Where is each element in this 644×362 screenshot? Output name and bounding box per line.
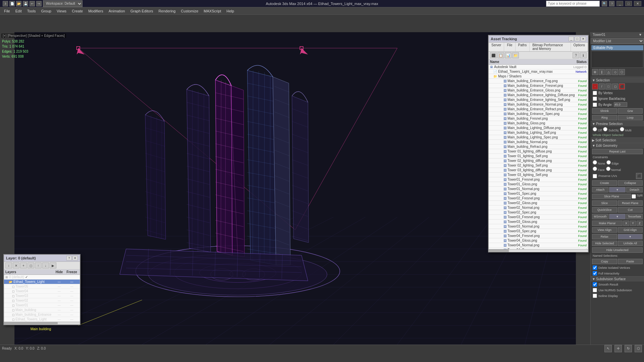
- msmooth-options-btn[interactable]: ▼: [609, 214, 626, 219]
- preserve-uvs-checkbox[interactable]: [593, 174, 597, 178]
- asset-list-item[interactable]: 🖼Tower 02_lighting_diffuse.pngFound: [489, 159, 588, 163]
- layers-help-btn[interactable]: ?: [66, 256, 72, 260]
- cut-btn[interactable]: Cut: [618, 207, 643, 213]
- tessellate-btn[interactable]: Tessellate: [626, 214, 643, 219]
- unhide-all-btn[interactable]: Unhide All: [618, 241, 643, 246]
- asset-list-item[interactable]: 🖼Tower02_Fresnel.pngFound: [489, 196, 588, 201]
- asset-list-item[interactable]: 🏛Autodesk VaultLogged O: [489, 65, 588, 69]
- paste-btn[interactable]: Paste: [618, 259, 643, 264]
- attach-options-btn[interactable]: ▼: [609, 187, 626, 192]
- asset-list-item[interactable]: 🖼Tower02_Spec.pngFound: [489, 210, 588, 215]
- asset-list-item[interactable]: 🖼Tower 02_lighting_Self.pngFound: [489, 163, 588, 168]
- layer-row[interactable]: ⊞0 (default)✓: [4, 275, 80, 280]
- preview-selection-btn[interactable]: ▼ Preview Selection: [591, 121, 644, 126]
- poly-mode-btn[interactable]: ◻: [612, 83, 618, 89]
- layers-scrollbar-thumb[interactable]: [4, 322, 58, 325]
- edit-geometry-btn[interactable]: ▼ Edit Geometry: [591, 143, 644, 148]
- layer-row[interactable]: ◻Tower03——: [4, 294, 80, 298]
- preview-off-radio[interactable]: [593, 127, 597, 131]
- layer-row[interactable]: ◻Tower04——: [4, 289, 80, 294]
- asset-list-item[interactable]: 🖼Main_building_Gloss.pngFound: [489, 121, 588, 126]
- asset-list-item[interactable]: 🖼Main_building_Normal.pngFound: [489, 140, 588, 144]
- mod-icon-5[interactable]: ⬡: [619, 69, 625, 75]
- maximize-btn[interactable]: □: [625, 1, 632, 6]
- menu-tools[interactable]: Tools: [24, 8, 39, 14]
- by-vertex-checkbox[interactable]: [593, 91, 597, 95]
- menu-graph-editors[interactable]: Graph Editors: [128, 8, 156, 14]
- menu-rendering[interactable]: Rendering: [156, 8, 178, 14]
- asset-list-item[interactable]: 🖼Main_building_Lighting_Spec.pngFound: [489, 135, 588, 140]
- make-planar-x-btn[interactable]: X: [623, 221, 629, 226]
- ring-btn[interactable]: Ring: [592, 115, 617, 120]
- by-angle-checkbox[interactable]: [593, 103, 597, 107]
- attach-btn[interactable]: Attach: [592, 187, 608, 192]
- rotate-tool[interactable]: ↻: [625, 345, 632, 352]
- menu-group[interactable]: Group: [38, 8, 54, 14]
- hide-unselected-btn[interactable]: Hide Unselected: [592, 247, 643, 253]
- asset-menu-bitmap[interactable]: Bitmap Performance and Memory: [530, 43, 571, 51]
- asset-list-item[interactable]: 🖼Main_building_Entrance_Refract.pngFound: [489, 107, 588, 112]
- asset-tool-1[interactable]: ⬛: [490, 52, 497, 58]
- quickslice-btn[interactable]: QuickSlice: [592, 207, 617, 213]
- layers-tool-up[interactable]: ↑: [35, 262, 42, 268]
- asset-list-item[interactable]: 🖼Tower01_Gloss.pngFound: [489, 182, 588, 187]
- asset-help-btn[interactable]: ?: [573, 52, 579, 58]
- asset-list-item[interactable]: 🖼Tower04_Normal.pngFound: [489, 243, 588, 248]
- asset-list-item[interactable]: 📁Maps / Shaders: [489, 74, 588, 79]
- mod-icon-2[interactable]: ∥: [599, 69, 605, 75]
- asset-list-item[interactable]: 🖼Tower 01_lighting_Self.pngFound: [489, 154, 588, 159]
- asset-list-item[interactable]: 🖼Tower04_Gloss.pngFound: [489, 238, 588, 243]
- grid-align-btn[interactable]: Grid Align: [618, 227, 643, 233]
- subdivision-surface-btn[interactable]: ▼ Subdivision Surface: [591, 277, 644, 282]
- mod-icon-4[interactable]: ◇: [612, 69, 618, 75]
- layers-tool-select[interactable]: ◻: [28, 262, 34, 268]
- asset-list-item[interactable]: 🖼Main_building_Fresnel.pngFound: [489, 116, 588, 121]
- loop-btn[interactable]: Loop: [618, 115, 643, 120]
- menu-maxscript[interactable]: MAXScript: [201, 8, 224, 14]
- menu-file[interactable]: File: [1, 8, 13, 14]
- mod-icon-1[interactable]: ⊞: [592, 69, 598, 75]
- modifier-list-select[interactable]: Modifier List: [591, 38, 644, 44]
- layer-row[interactable]: ◻Etihad_Towers_Light——: [4, 317, 80, 322]
- asset-close-btn[interactable]: ✕: [581, 37, 586, 41]
- asset-list-item[interactable]: 🖼Main_building_Entrance_Spec.pngFound: [489, 112, 588, 116]
- border-mode-btn[interactable]: □: [605, 83, 611, 89]
- normal-radio[interactable]: [606, 167, 610, 171]
- view-align-btn[interactable]: View Align: [592, 227, 617, 233]
- collapse-btn[interactable]: Collapse: [618, 180, 643, 186]
- relax-btn[interactable]: Relax: [592, 234, 617, 239]
- use-nurms-checkbox[interactable]: [593, 288, 597, 292]
- search-input[interactable]: [546, 1, 600, 7]
- none-radio[interactable]: [593, 160, 597, 165]
- asset-menu-server[interactable]: Server: [489, 43, 504, 51]
- relax-options-btn[interactable]: ▼: [618, 234, 643, 239]
- menu-views[interactable]: Views: [54, 8, 69, 14]
- redo-btn[interactable]: ↪: [36, 1, 42, 6]
- asset-menu-paths[interactable]: Paths: [516, 43, 530, 51]
- save-btn[interactable]: 💾: [23, 1, 28, 6]
- edge-mode-btn[interactable]: /: [599, 83, 605, 89]
- undo-btn[interactable]: ↩: [30, 1, 35, 6]
- asset-list-item[interactable]: 🖼Tower01_Spec.pngFound: [489, 191, 588, 196]
- make-planar-y-btn[interactable]: Y: [630, 221, 636, 226]
- hide-selected-btn[interactable]: Hide Selected: [592, 241, 617, 246]
- vertex-mode-btn[interactable]: ·: [592, 83, 598, 89]
- scale-tool[interactable]: ⬡: [635, 345, 642, 352]
- selection-section-btn[interactable]: ▼ Selection: [591, 78, 644, 83]
- layers-tool-delete[interactable]: ✕: [13, 262, 19, 268]
- face-radio[interactable]: [593, 167, 597, 171]
- layers-tool-move[interactable]: ↕: [5, 262, 12, 268]
- detach-btn[interactable]: Detach: [626, 187, 643, 192]
- mod-icon-3[interactable]: △: [605, 69, 611, 75]
- shrink-btn[interactable]: Shrink: [592, 108, 617, 114]
- menu-animation[interactable]: Animation: [106, 8, 128, 14]
- element-mode-btn[interactable]: ⬛: [619, 83, 625, 89]
- menu-customize[interactable]: Customize: [178, 8, 201, 14]
- menu-help[interactable]: Help: [224, 8, 237, 14]
- workspace-select[interactable]: Workspace: Default: [43, 0, 83, 7]
- isoline-checkbox[interactable]: [593, 294, 597, 298]
- split-checkbox[interactable]: [632, 194, 636, 199]
- search-icon[interactable]: 🔍: [602, 1, 607, 6]
- layers-tool-down[interactable]: ↓: [42, 262, 49, 268]
- open-btn[interactable]: 📂: [16, 1, 21, 6]
